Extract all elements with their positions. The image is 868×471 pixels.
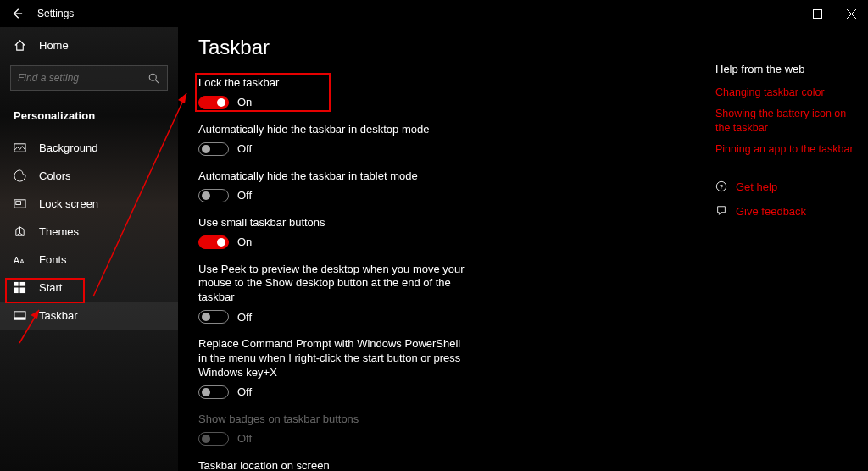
aside-panel: Help from the web Changing taskbar color… xyxy=(715,27,868,471)
maximize-button[interactable] xyxy=(800,0,834,27)
sidebar-item-lockscreen[interactable]: Lock screen xyxy=(0,190,178,218)
toggle-powershell[interactable] xyxy=(198,385,229,399)
window-title: Settings xyxy=(37,8,74,19)
sidebar-item-label: Lock screen xyxy=(39,197,98,210)
help-link-color[interactable]: Changing taskbar color xyxy=(715,86,856,100)
help-link-battery[interactable]: Showing the battery icon on the taskbar xyxy=(715,107,856,136)
svg-text:A: A xyxy=(20,258,25,265)
setting-label: Use Peek to preview the desktop when you… xyxy=(198,263,470,306)
sidebar-item-label: Taskbar xyxy=(39,309,78,322)
search-icon xyxy=(148,73,160,84)
svg-rect-9 xyxy=(14,288,19,294)
svg-rect-10 xyxy=(20,288,26,294)
sidebar-item-label: Start xyxy=(39,281,62,294)
toggle-state: Off xyxy=(237,311,252,324)
svg-rect-8 xyxy=(20,282,26,286)
toggle-state: Off xyxy=(237,385,252,398)
page-title: Taskbar xyxy=(198,36,695,59)
sidebar-item-start[interactable]: Start xyxy=(0,274,178,302)
setting-label: Show badges on taskbar buttons xyxy=(198,413,470,427)
sidebar: Home Personalization Background Colors L… xyxy=(0,27,178,471)
svg-point-1 xyxy=(149,74,156,80)
svg-rect-4 xyxy=(16,202,21,205)
dropdown-label: Taskbar location on screen xyxy=(198,459,470,471)
category-label: Personalization xyxy=(0,103,178,134)
get-help-label: Get help xyxy=(736,180,777,193)
search-input[interactable] xyxy=(18,72,148,84)
search-box[interactable] xyxy=(10,65,168,91)
toggle-peek[interactable] xyxy=(198,310,229,324)
picture-icon xyxy=(14,141,27,154)
toggle-state: Off xyxy=(237,189,252,202)
taskbar-icon xyxy=(14,309,27,322)
back-button[interactable] xyxy=(8,5,25,22)
setting-label: Lock the taskbar xyxy=(198,76,470,91)
sidebar-item-fonts[interactable]: AA Fonts xyxy=(0,246,178,274)
close-button[interactable] xyxy=(834,0,868,27)
toggle-small-buttons[interactable] xyxy=(198,236,229,249)
toggle-lock-taskbar[interactable] xyxy=(198,96,229,109)
themes-icon xyxy=(14,225,27,238)
svg-text:?: ? xyxy=(720,183,724,191)
help-link-pin[interactable]: Pinning an app to the taskbar xyxy=(715,142,856,157)
home-button[interactable]: Home xyxy=(0,32,178,58)
home-icon xyxy=(14,39,27,52)
feedback-icon xyxy=(715,205,727,217)
fonts-icon: AA xyxy=(14,254,27,265)
toggle-state: Off xyxy=(237,432,252,445)
svg-text:A: A xyxy=(14,256,19,265)
sidebar-item-taskbar[interactable]: Taskbar xyxy=(0,302,178,330)
home-label: Home xyxy=(39,39,69,52)
setting-label: Use small taskbar buttons xyxy=(198,216,470,230)
setting-label: Replace Command Prompt with Windows Powe… xyxy=(198,337,470,380)
setting-label: Automatically hide the taskbar in deskto… xyxy=(198,123,470,137)
sidebar-item-label: Background xyxy=(39,141,97,154)
toggle-autohide-desktop[interactable] xyxy=(198,142,229,156)
sidebar-item-themes[interactable]: Themes xyxy=(0,218,178,246)
start-icon xyxy=(14,281,27,294)
toggle-autohide-tablet[interactable] xyxy=(198,189,229,202)
sidebar-item-colors[interactable]: Colors xyxy=(0,162,178,190)
palette-icon xyxy=(14,169,27,182)
help-icon: ? xyxy=(715,180,727,192)
toggle-state: Off xyxy=(237,142,252,155)
get-help-link[interactable]: ? Get help xyxy=(715,180,856,193)
main-content: Taskbar Lock the taskbar On Automaticall… xyxy=(178,27,715,471)
lockscreen-icon xyxy=(14,197,27,210)
setting-label: Automatically hide the taskbar in tablet… xyxy=(198,169,470,184)
toggle-state: On xyxy=(237,96,252,108)
sidebar-item-background[interactable]: Background xyxy=(0,134,178,162)
svg-rect-12 xyxy=(14,317,25,319)
toggle-badges xyxy=(198,432,229,446)
svg-rect-0 xyxy=(813,9,821,18)
give-feedback-link[interactable]: Give feedback xyxy=(715,205,856,218)
give-feedback-label: Give feedback xyxy=(736,205,806,218)
sidebar-item-label: Colors xyxy=(39,169,71,182)
svg-rect-7 xyxy=(14,282,19,286)
minimize-button[interactable] xyxy=(766,0,800,27)
sidebar-item-label: Themes xyxy=(39,225,79,238)
aside-title: Help from the web xyxy=(715,63,856,75)
sidebar-item-label: Fonts xyxy=(39,253,67,266)
toggle-state: On xyxy=(237,236,252,248)
